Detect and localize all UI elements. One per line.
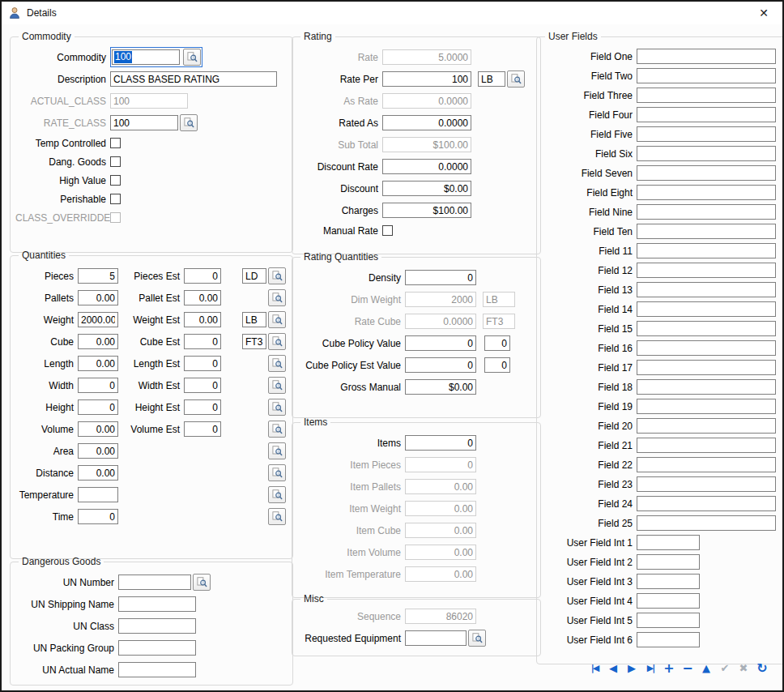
distance-input[interactable]: [78, 465, 118, 481]
pallets-input[interactable]: [78, 290, 118, 305]
height-input[interactable]: [78, 399, 118, 415]
rated-as-input[interactable]: [382, 115, 471, 130]
user-field-input[interactable]: [637, 515, 776, 531]
user-field-input[interactable]: [637, 165, 776, 181]
user-field-input[interactable]: [637, 321, 776, 336]
user-field-int-input[interactable]: [637, 632, 700, 647]
requested-equipment-lookup-button[interactable]: [468, 630, 486, 647]
pallets-uom-lookup-button[interactable]: [268, 289, 286, 306]
length-input[interactable]: [78, 356, 118, 371]
area-uom-lookup-button[interactable]: [268, 442, 286, 459]
temperature-uom-lookup-button[interactable]: [268, 486, 286, 503]
width-uom-lookup-button[interactable]: [268, 377, 286, 394]
rate-per-uom-input[interactable]: [478, 71, 505, 87]
user-field-input[interactable]: [637, 438, 776, 453]
nav-next-button[interactable]: ▶: [623, 660, 641, 676]
un-packing-group-input[interactable]: [118, 640, 196, 656]
user-field-input[interactable]: [637, 68, 776, 83]
nav-prior-button[interactable]: ◀: [604, 660, 622, 676]
discount-input[interactable]: [382, 181, 471, 196]
cube-policy-est-value2-input[interactable]: [484, 357, 510, 373]
user-field-input[interactable]: [637, 88, 776, 103]
user-field-input[interactable]: [637, 263, 776, 278]
pieces-input[interactable]: [78, 268, 118, 284]
commodity-input[interactable]: 100: [112, 49, 180, 65]
cube-policy-value-input[interactable]: [405, 335, 476, 351]
un-class-input[interactable]: [118, 618, 196, 634]
nav-delete-button[interactable]: −: [679, 660, 697, 676]
items-input[interactable]: [405, 435, 476, 451]
user-field-input[interactable]: [637, 418, 776, 434]
user-field-input[interactable]: [637, 126, 776, 142]
volume-est-input[interactable]: [184, 421, 221, 437]
pieces-est-input[interactable]: [184, 268, 221, 284]
nav-refresh-button[interactable]: ↻: [753, 660, 771, 676]
rate-class-lookup-button[interactable]: [180, 114, 198, 131]
nav-last-button[interactable]: ▶|: [641, 660, 659, 676]
commodity-lookup-button[interactable]: [183, 49, 201, 66]
temperature-input[interactable]: [78, 487, 118, 502]
un-number-lookup-button[interactable]: [193, 574, 211, 591]
length-uom-lookup-button[interactable]: [268, 355, 286, 372]
gross-manual-input[interactable]: [405, 379, 476, 395]
area-input[interactable]: [78, 443, 118, 459]
rate-class-input[interactable]: [110, 115, 178, 130]
rate-per-input[interactable]: [382, 71, 471, 87]
user-field-input[interactable]: [637, 49, 776, 64]
nav-first-button[interactable]: |◀: [586, 660, 603, 676]
user-field-input[interactable]: [637, 496, 776, 511]
pieces-uom-input[interactable]: [242, 268, 266, 284]
rate-per-uom-lookup-button[interactable]: [507, 70, 525, 88]
user-field-input[interactable]: [637, 340, 776, 356]
user-field-input[interactable]: [637, 301, 776, 317]
perishable-checkbox[interactable]: [110, 194, 121, 204]
un-shipping-name-input[interactable]: [118, 596, 196, 612]
weight-uom-lookup-button[interactable]: [268, 311, 286, 328]
time-input[interactable]: [78, 509, 118, 524]
weight-uom-input[interactable]: [242, 312, 266, 327]
user-field-input[interactable]: [637, 107, 776, 122]
user-field-int-input[interactable]: [637, 554, 700, 570]
un-number-input[interactable]: [118, 575, 191, 590]
length-est-input[interactable]: [184, 356, 221, 371]
weight-est-input[interactable]: [184, 312, 221, 327]
height-est-input[interactable]: [184, 399, 221, 415]
dang-goods-checkbox[interactable]: [110, 156, 121, 167]
volume-uom-lookup-button[interactable]: [268, 421, 286, 438]
high-value-checkbox[interactable]: [110, 175, 121, 186]
user-field-input[interactable]: [637, 243, 776, 258]
user-field-input[interactable]: [637, 360, 776, 375]
user-field-input[interactable]: [637, 185, 776, 200]
cube-uom-lookup-button[interactable]: [268, 333, 286, 350]
user-field-input[interactable]: [637, 457, 776, 472]
user-field-input[interactable]: [637, 204, 776, 220]
user-field-int-input[interactable]: [637, 593, 700, 609]
pieces-uom-lookup-button[interactable]: [268, 267, 286, 284]
cube-policy-value2-input[interactable]: [484, 335, 510, 351]
user-field-input[interactable]: [637, 476, 776, 492]
close-button[interactable]: ✕: [752, 3, 776, 23]
density-input[interactable]: [405, 270, 476, 285]
user-field-input[interactable]: [637, 282, 776, 297]
requested-equipment-input[interactable]: [405, 630, 467, 646]
user-field-input[interactable]: [637, 399, 776, 414]
distance-uom-lookup-button[interactable]: [268, 464, 286, 481]
nav-moveup-button[interactable]: ▲: [697, 660, 715, 676]
user-field-int-input[interactable]: [637, 574, 700, 589]
cube-est-input[interactable]: [184, 334, 221, 349]
discount-rate-input[interactable]: [382, 159, 471, 174]
charges-input[interactable]: [382, 203, 471, 218]
manual-rate-checkbox[interactable]: [382, 225, 393, 236]
cube-input[interactable]: [78, 334, 118, 349]
description-input[interactable]: [110, 71, 277, 87]
time-uom-lookup-button[interactable]: [268, 508, 286, 525]
pallets-est-input[interactable]: [184, 290, 221, 305]
nav-insert-button[interactable]: +: [660, 660, 678, 676]
cube-uom-input[interactable]: [242, 334, 266, 349]
width-est-input[interactable]: [184, 378, 221, 393]
temp-controlled-checkbox[interactable]: [110, 138, 121, 148]
volume-input[interactable]: [78, 421, 118, 437]
user-field-int-input[interactable]: [637, 613, 700, 628]
user-field-int-input[interactable]: [637, 535, 700, 550]
width-input[interactable]: [78, 378, 118, 393]
